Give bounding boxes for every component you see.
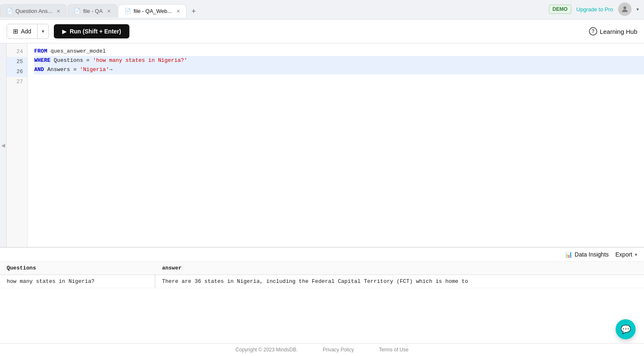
line-numbers: 24252627 bbox=[7, 43, 28, 247]
results-toolbar: 📊 Data Insights Export ▾ bbox=[0, 248, 644, 262]
results-table-wrapper: Questionsanswer how many states in Niger… bbox=[0, 262, 644, 343]
add-grid-icon: ⊞ bbox=[13, 28, 18, 35]
tab-tab3[interactable]: 📄 file - QA_Web... ✕ bbox=[118, 4, 187, 18]
svg-point-0 bbox=[624, 6, 626, 9]
tabs-bar: 📄 Question Ans... ✕ 📄 file - QA ✕ 📄 file… bbox=[0, 0, 644, 20]
learning-hub-button[interactable]: ? Learning Hub bbox=[589, 27, 637, 36]
export-chevron-icon: ▾ bbox=[635, 252, 637, 257]
code-text: Answers bbox=[44, 66, 73, 73]
tab-label: file - QA_Web... bbox=[134, 8, 172, 14]
line-number: 26 bbox=[7, 67, 27, 77]
user-icon bbox=[621, 5, 629, 13]
keyword-token: AND bbox=[34, 66, 44, 73]
tab-close-button[interactable]: ✕ bbox=[56, 8, 61, 14]
table-row: how many states in Nigeria?There are 36 … bbox=[0, 275, 644, 288]
footer: Copyright © 2023 MindsDB. Privacy Policy… bbox=[0, 343, 644, 356]
results-table: Questionsanswer how many states in Niger… bbox=[0, 262, 644, 288]
code-lines: FROM ques_answer_modelWHERE Questions = … bbox=[28, 43, 644, 247]
column-header-answer: answer bbox=[155, 262, 644, 275]
chevron-down-icon: ▾ bbox=[42, 28, 44, 34]
export-button[interactable]: Export ▾ bbox=[616, 251, 637, 258]
table-cell: how many states in Nigeria? bbox=[0, 275, 155, 288]
chat-icon: 💬 bbox=[621, 324, 631, 334]
tab-close-button[interactable]: ✕ bbox=[176, 8, 180, 14]
results-pane: 📊 Data Insights Export ▾ Questionsanswer… bbox=[0, 247, 644, 343]
demo-badge: DEMO bbox=[549, 5, 571, 14]
data-insights-label: Data Insights bbox=[575, 251, 609, 258]
toolbar: ⊞ Add ▾ ▶ Run (Shift + Enter) ? Learning… bbox=[0, 20, 644, 43]
operator-token: → bbox=[109, 66, 112, 73]
user-chevron[interactable]: ▾ bbox=[636, 7, 639, 12]
upgrade-link[interactable]: Upgrade to Pro bbox=[576, 6, 613, 13]
tab-label: file - QA bbox=[83, 8, 103, 14]
column-header-questions: Questions bbox=[0, 262, 155, 275]
help-icon: ? bbox=[589, 27, 597, 36]
tab-file-icon: 📄 bbox=[74, 8, 81, 14]
keyword-token: WHERE bbox=[34, 57, 51, 64]
tab-file-icon: 📄 bbox=[124, 8, 131, 14]
string-token: 'Nigeria' bbox=[80, 66, 109, 73]
code-line: WHERE Questions = 'how many states in Ni… bbox=[34, 56, 644, 65]
new-tab-button[interactable]: + bbox=[187, 5, 200, 18]
add-dropdown-button[interactable]: ▾ bbox=[38, 25, 48, 38]
add-main-button[interactable]: ⊞ Add bbox=[7, 24, 37, 38]
string-token: 'how many states in Nigeria?' bbox=[93, 57, 187, 64]
tab-tab2[interactable]: 📄 file - QA ✕ bbox=[68, 4, 117, 18]
data-insights-button[interactable]: 📊 Data Insights bbox=[565, 251, 609, 258]
user-avatar[interactable] bbox=[618, 3, 631, 16]
code-line: AND Answers = 'Nigeria'→ bbox=[34, 65, 644, 74]
tab-close-button[interactable]: ✕ bbox=[107, 8, 111, 14]
run-button[interactable]: ▶ Run (Shift + Enter) bbox=[54, 24, 129, 38]
code-line: FROM ques_answer_model bbox=[34, 47, 644, 56]
keyword-token: FROM bbox=[34, 48, 47, 54]
code-text: ques_answer_model bbox=[47, 48, 106, 54]
line-number: 24 bbox=[7, 47, 27, 57]
tab-tab1[interactable]: 📄 Question Ans... ✕ bbox=[0, 4, 67, 18]
table-cell: There are 36 states in Nigeria, includin… bbox=[155, 275, 644, 288]
add-label: Add bbox=[21, 28, 31, 35]
header-right: DEMO Upgrade to Pro ▾ bbox=[549, 3, 644, 19]
run-play-icon: ▶ bbox=[62, 28, 66, 35]
privacy-policy-link[interactable]: Privacy Policy bbox=[323, 347, 354, 353]
code-editor[interactable]: 24252627 FROM ques_answer_modelWHERE Que… bbox=[7, 43, 644, 247]
line-number: 27 bbox=[7, 77, 27, 87]
run-label: Run (Shift + Enter) bbox=[70, 28, 121, 35]
copyright-text: Copyright © 2023 MindsDB. bbox=[235, 347, 298, 353]
export-label: Export bbox=[616, 251, 632, 258]
operator-token: = bbox=[86, 57, 90, 64]
learning-hub-label: Learning Hub bbox=[600, 28, 637, 35]
sidebar-toggle-icon: ◀ bbox=[1, 142, 5, 148]
chat-bubble[interactable]: 💬 bbox=[616, 319, 636, 339]
tab-file-icon: 📄 bbox=[6, 8, 13, 14]
add-button-group: ⊞ Add ▾ bbox=[7, 24, 49, 39]
tab-label: Question Ans... bbox=[15, 8, 52, 14]
main-area: ◀ 24252627 FROM ques_answer_modelWHERE Q… bbox=[0, 43, 644, 356]
code-text: Questions bbox=[51, 57, 86, 64]
bar-chart-icon: 📊 bbox=[565, 251, 572, 258]
terms-of-use-link[interactable]: Terms of Use bbox=[379, 347, 409, 353]
line-number: 25 bbox=[7, 57, 27, 67]
sidebar-toggle[interactable]: ◀ bbox=[0, 43, 7, 247]
